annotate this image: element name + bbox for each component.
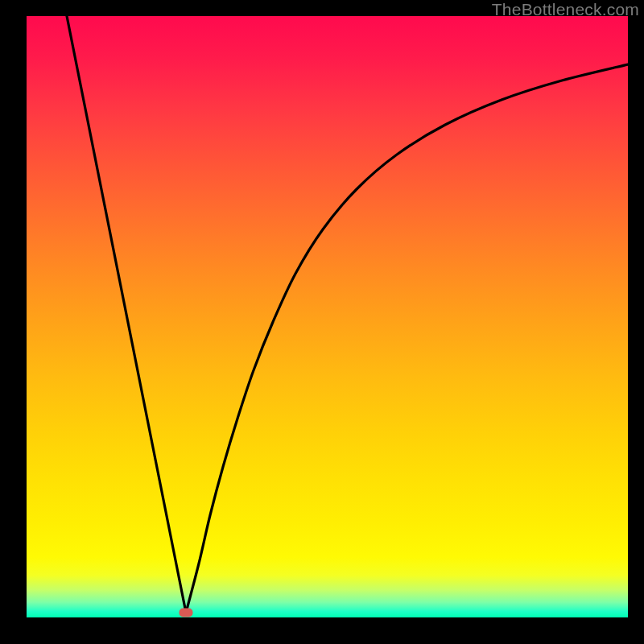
curve-right-segment: [186, 64, 628, 613]
curve-left-segment: [67, 16, 186, 613]
attribution-text: TheBottleneck.com: [492, 0, 639, 19]
minimum-marker: [180, 609, 193, 617]
plot-frame: [27, 16, 628, 617]
curve-svg: [27, 16, 628, 617]
